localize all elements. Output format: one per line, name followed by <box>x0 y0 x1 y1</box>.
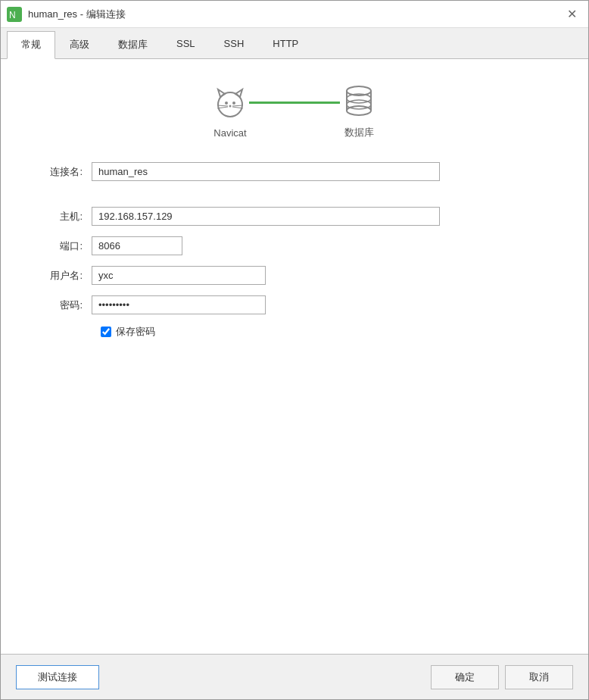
username-row: 用户名: <box>31 266 558 285</box>
connection-name-input[interactable] <box>92 162 440 181</box>
navicat-icon <box>211 83 249 121</box>
form-section: 连接名: 主机: 端口: 用户名: 密码: <box>31 162 558 339</box>
tab-ssl[interactable]: SSL <box>162 31 210 58</box>
tab-general[interactable]: 常规 <box>7 31 55 59</box>
database-icon <box>340 82 378 120</box>
tab-database[interactable]: 数据库 <box>104 31 162 58</box>
port-row: 端口: <box>31 236 558 255</box>
main-window: N human_res - 编辑连接 ✕ 常规 高级 数据库 SSL SSH H… <box>0 0 589 700</box>
bottom-bar: 测试连接 确定 取消 <box>1 654 588 699</box>
tab-bar: 常规 高级 数据库 SSL SSH HTTP <box>1 28 588 59</box>
save-password-row: 保存密码 <box>101 325 558 339</box>
database-diagram-item: 数据库 <box>340 82 378 139</box>
password-input[interactable] <box>92 295 266 314</box>
title-bar: N human_res - 编辑连接 ✕ <box>1 1 588 28</box>
connection-diagram: Navicat 数据库 <box>31 82 558 139</box>
svg-point-3 <box>225 102 228 105</box>
connection-name-row: 连接名: <box>31 162 558 181</box>
close-button[interactable]: ✕ <box>561 4 582 25</box>
confirm-cancel-group: 确定 取消 <box>431 665 573 689</box>
tab-ssh[interactable]: SSH <box>210 31 259 58</box>
app-icon: N <box>7 7 22 22</box>
port-input[interactable] <box>92 236 182 255</box>
host-input[interactable] <box>92 207 440 226</box>
connection-name-label: 连接名: <box>31 165 92 179</box>
password-label: 密码: <box>31 298 92 312</box>
content-area: Navicat 数据库 连接名: <box>1 59 588 654</box>
window-title: human_res - 编辑连接 <box>28 8 126 21</box>
title-bar-left: N human_res - 编辑连接 <box>7 7 126 22</box>
navicat-diagram-item: Navicat <box>211 83 249 139</box>
test-connection-button[interactable]: 测试连接 <box>16 665 99 689</box>
username-input[interactable] <box>92 266 266 285</box>
tab-http[interactable]: HTTP <box>258 31 313 58</box>
svg-point-16 <box>347 100 371 109</box>
database-label: 数据库 <box>344 126 374 139</box>
svg-point-5 <box>229 105 232 107</box>
navicat-label: Navicat <box>213 127 246 139</box>
svg-text:N: N <box>9 10 16 20</box>
confirm-button[interactable]: 确定 <box>431 665 499 689</box>
host-label: 主机: <box>31 210 92 223</box>
save-password-checkbox[interactable] <box>101 327 111 337</box>
username-label: 用户名: <box>31 269 92 283</box>
connection-line <box>249 102 340 104</box>
password-row: 密码: <box>31 295 558 314</box>
port-label: 端口: <box>31 239 92 253</box>
host-row: 主机: <box>31 207 558 226</box>
svg-point-4 <box>232 102 235 105</box>
tab-advanced[interactable]: 高级 <box>55 31 104 58</box>
cancel-button[interactable]: 取消 <box>505 665 573 689</box>
save-password-label: 保存密码 <box>116 325 155 339</box>
